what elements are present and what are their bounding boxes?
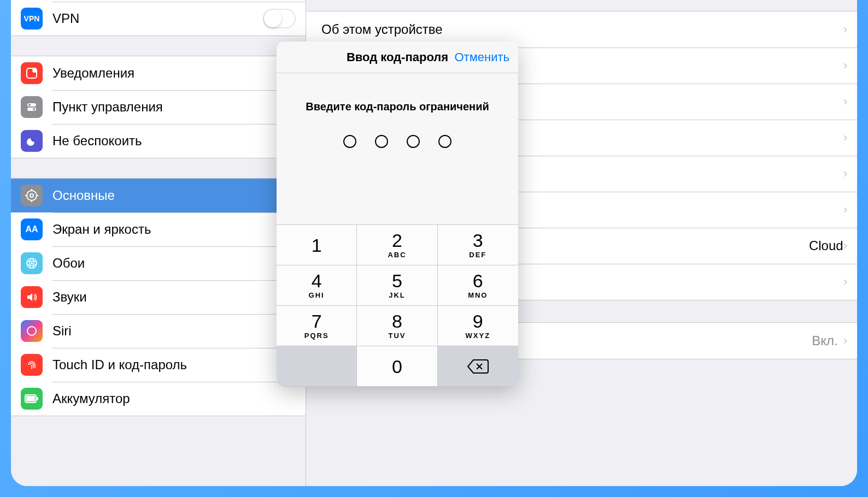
wallpaper-icon	[21, 252, 43, 274]
key-digit: 9	[473, 312, 483, 330]
key-letters: WXYZ	[466, 332, 491, 340]
keypad-key-5[interactable]: 5JKL	[357, 265, 437, 306]
chevron-right-icon: ›	[843, 275, 847, 289]
controlcenter-icon	[21, 96, 43, 118]
key-letters: PQRS	[304, 332, 329, 340]
sidebar-item-display[interactable]: AA Экран и яркость	[11, 212, 306, 246]
sidebar-item-label: Siri	[52, 323, 296, 339]
vpn-toggle[interactable]	[263, 9, 296, 28]
sidebar-item-label: Пункт управления	[52, 99, 296, 115]
key-digit: 4	[312, 271, 322, 290]
detail-item-value: Вкл.	[812, 333, 837, 348]
keypad-blank	[277, 346, 357, 387]
sidebar-item-label: Звуки	[52, 289, 296, 305]
svg-point-5	[33, 108, 35, 110]
sidebar-item-notifications[interactable]: Уведомления	[11, 56, 306, 90]
sidebar-item-label: Обои	[52, 256, 296, 271]
passcode-modal-title: Ввод код-пароля	[347, 50, 448, 64]
keypad: 12ABC3DEF4GHI5JKL6MNO7PQRS8TUV9WXYZ0	[277, 224, 518, 387]
detail-item-label: Об этом устройстве	[321, 22, 843, 37]
key-digit: 8	[392, 312, 402, 330]
svg-point-1	[32, 68, 37, 73]
svg-point-13	[31, 262, 33, 264]
passcode-modal-header: Ввод код-пароля Отменить	[277, 42, 518, 73]
passcode-dot	[438, 135, 451, 148]
sidebar-item-siri[interactable]: Siri	[11, 314, 306, 348]
passcode-dot	[407, 135, 420, 148]
sidebar-item-label: Не беспокоить	[52, 133, 296, 149]
passcode-dot	[375, 135, 388, 148]
sidebar-group-main: Основные AA Экран и яркость Обои Звуки	[11, 178, 306, 416]
svg-point-6	[27, 191, 37, 200]
notifications-icon	[21, 62, 43, 84]
passcode-dot	[343, 135, 356, 148]
sidebar-item-general[interactable]: Основные	[11, 179, 306, 212]
key-letters: JKL	[389, 291, 406, 299]
keypad-key-2[interactable]: 2ABC	[357, 225, 437, 265]
key-letters: TUV	[388, 332, 406, 340]
sidebar-item-vpn[interactable]: VPN VPN	[11, 2, 306, 36]
sidebar-item-controlcenter[interactable]: Пункт управления	[11, 90, 306, 124]
keypad-key-6[interactable]: 6MNO	[438, 265, 518, 306]
key-digit: 1	[312, 236, 322, 255]
sidebar-group-attention: Уведомления Пункт управления Не беспокои…	[11, 56, 306, 158]
key-digit: 5	[392, 271, 402, 290]
keypad-key-0[interactable]: 0	[357, 346, 437, 387]
passcode-modal: Ввод код-пароля Отменить Введите код-пар…	[277, 42, 518, 387]
key-letters: DEF	[469, 251, 486, 259]
sidebar-item-label: Touch ID и код-пароль	[52, 357, 296, 372]
sounds-icon	[21, 286, 43, 308]
chevron-right-icon: ›	[843, 94, 847, 109]
backspace-key[interactable]	[438, 346, 518, 387]
passcode-modal-body: Введите код-пароль ограничений	[277, 73, 518, 224]
chevron-right-icon: ›	[843, 334, 847, 348]
sidebar-item-label: VPN	[52, 11, 263, 26]
svg-rect-18	[37, 397, 38, 400]
key-digit: 2	[392, 231, 402, 250]
key-letters: ABC	[388, 251, 406, 259]
keypad-key-3[interactable]: 3DEF	[438, 225, 518, 265]
vpn-icon: VPN	[21, 8, 43, 29]
sidebar-item-touchid[interactable]: Touch ID и код-пароль	[11, 348, 306, 382]
keypad-key-9[interactable]: 9WXYZ	[438, 306, 518, 346]
keypad-key-4[interactable]: 4GHI	[277, 265, 357, 306]
key-digit: 7	[312, 312, 322, 330]
chevron-right-icon: ›	[843, 131, 847, 145]
display-icon: AA	[21, 218, 43, 240]
sidebar-group-connectivity: Bluetooth VPN VPN	[11, 0, 306, 36]
sidebar-item-dnd[interactable]: Не беспокоить	[11, 124, 306, 158]
chevron-right-icon: ›	[843, 203, 847, 217]
sidebar-item-sounds[interactable]: Звуки	[11, 280, 306, 314]
key-letters: MNO	[468, 291, 488, 299]
backspace-icon	[467, 359, 489, 374]
touchid-icon	[21, 354, 43, 376]
svg-point-7	[30, 194, 33, 197]
sidebar-item-label: Уведомления	[52, 66, 296, 81]
key-digit: 3	[473, 231, 483, 250]
svg-rect-19	[26, 396, 35, 401]
sidebar-item-label: Основные	[52, 188, 296, 203]
passcode-dots	[288, 135, 507, 148]
chevron-right-icon: ›	[843, 239, 847, 253]
sidebar-item-wallpaper[interactable]: Обои	[11, 246, 306, 280]
sidebar: Bluetooth VPN VPN Уведомления Пункт упра…	[11, 0, 306, 486]
keypad-key-7[interactable]: 7PQRS	[277, 306, 357, 346]
chevron-right-icon: ›	[843, 22, 847, 37]
siri-icon	[21, 320, 43, 342]
sidebar-item-label: Экран и яркость	[52, 222, 296, 237]
chevron-right-icon: ›	[843, 167, 847, 181]
battery-icon	[21, 388, 43, 410]
key-digit: 6	[473, 271, 483, 290]
svg-point-16	[27, 327, 36, 335]
sidebar-item-label: Аккумулятор	[52, 391, 296, 406]
keypad-key-1[interactable]: 1	[277, 225, 357, 265]
cancel-button[interactable]: Отменить	[454, 50, 509, 64]
keypad-key-8[interactable]: 8TUV	[357, 306, 437, 346]
key-letters: GHI	[309, 291, 325, 299]
svg-point-4	[28, 104, 31, 106]
chevron-right-icon: ›	[843, 58, 847, 73]
key-digit: 0	[392, 357, 402, 376]
sidebar-item-battery[interactable]: Аккумулятор	[11, 382, 306, 416]
dnd-icon	[21, 130, 43, 152]
passcode-prompt: Введите код-пароль ограничений	[288, 100, 507, 113]
